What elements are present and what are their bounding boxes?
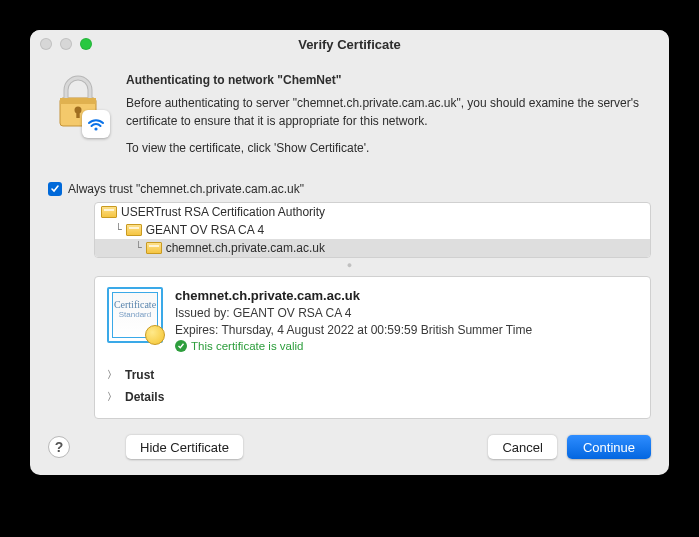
hide-certificate-button[interactable]: Hide Certificate: [126, 435, 243, 459]
trust-disclosure-label: Trust: [125, 368, 154, 382]
continue-button[interactable]: Continue: [567, 435, 651, 459]
certificate-panel: Certificate Standard chemnet.ch.private.…: [94, 276, 651, 420]
tree-row-intermediate[interactable]: └ GEANT OV RSA CA 4: [95, 221, 650, 239]
titlebar: Verify Certificate: [30, 30, 669, 58]
wifi-icon: [82, 110, 110, 138]
certificate-name: chemnet.ch.private.cam.ac.uk: [175, 287, 638, 305]
always-trust-checkbox[interactable]: [48, 182, 62, 196]
certificate-icon: [146, 242, 162, 254]
certificate-expiry: Expires: Thursday, 4 August 2022 at 00:5…: [175, 322, 638, 339]
checkmark-icon: [175, 340, 187, 352]
always-trust-label: Always trust "chemnet.ch.private.cam.ac.…: [68, 182, 304, 196]
tree-branch-icon: └: [115, 223, 122, 236]
intro-heading: Authenticating to network "ChemNet": [126, 72, 651, 89]
resize-grip-icon[interactable]: ●: [48, 260, 651, 270]
always-trust-row[interactable]: Always trust "chemnet.ch.private.cam.ac.…: [48, 182, 651, 196]
intro-text: Authenticating to network "ChemNet" Befo…: [126, 72, 651, 168]
tree-row-root[interactable]: USERTrust RSA Certification Authority: [95, 203, 650, 221]
details-disclosure-label: Details: [125, 390, 164, 404]
lock-icon: [48, 72, 108, 144]
close-window-button[interactable]: [40, 38, 52, 50]
verify-certificate-window: Verify Certificate: [30, 30, 669, 475]
cancel-button[interactable]: Cancel: [488, 435, 556, 459]
seal-icon: [145, 325, 165, 345]
window-title: Verify Certificate: [30, 37, 669, 52]
window-controls: [40, 38, 92, 50]
trust-disclosure[interactable]: 〉 Trust: [107, 364, 638, 386]
tree-leaf-label: chemnet.ch.private.cam.ac.uk: [166, 241, 325, 255]
tree-root-label: USERTrust RSA Certification Authority: [121, 205, 325, 219]
svg-rect-1: [60, 98, 96, 104]
certificate-chain-tree: USERTrust RSA Certification Authority └ …: [94, 202, 651, 258]
certificate-icon: [101, 206, 117, 218]
svg-point-4: [94, 127, 97, 130]
intro-section: Authenticating to network "ChemNet" Befo…: [48, 72, 651, 168]
details-disclosure[interactable]: 〉 Details: [107, 386, 638, 408]
tree-branch-icon: └: [135, 241, 142, 254]
chevron-right-icon: 〉: [107, 390, 117, 404]
certificate-valid-row: This certificate is valid: [175, 338, 638, 354]
certificate-badge-icon: Certificate Standard: [107, 287, 163, 343]
certificate-valid-label: This certificate is valid: [191, 338, 303, 354]
certificate-summary: Certificate Standard chemnet.ch.private.…: [107, 287, 638, 355]
tree-intermediate-label: GEANT OV RSA CA 4: [146, 223, 265, 237]
chevron-right-icon: 〉: [107, 368, 117, 382]
help-button[interactable]: ?: [48, 436, 70, 458]
tree-row-leaf[interactable]: └ chemnet.ch.private.cam.ac.uk: [95, 239, 650, 257]
zoom-window-button[interactable]: [80, 38, 92, 50]
footer: ? Hide Certificate Cancel Continue: [48, 419, 651, 459]
certificate-info: chemnet.ch.private.cam.ac.uk Issued by: …: [175, 287, 638, 355]
svg-rect-3: [76, 110, 79, 118]
intro-body: Before authenticating to server "chemnet…: [126, 95, 651, 130]
certificate-issuer: Issued by: GEANT OV RSA CA 4: [175, 305, 638, 322]
minimize-window-button[interactable]: [60, 38, 72, 50]
certificate-icon: [126, 224, 142, 236]
intro-hint: To view the certificate, click 'Show Cer…: [126, 140, 651, 157]
content: Authenticating to network "ChemNet" Befo…: [30, 58, 669, 475]
